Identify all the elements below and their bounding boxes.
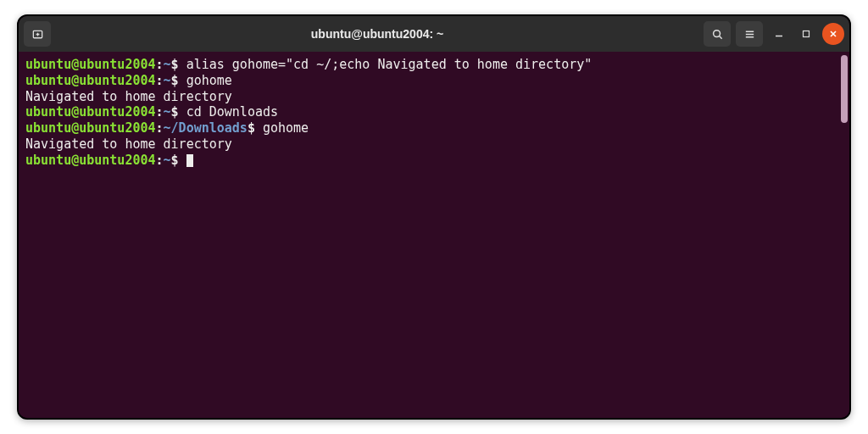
terminal-line: ubuntu@ubuntu2004:~$ cd Downloads — [25, 104, 843, 120]
terminal-line: ubuntu@ubuntu2004:~$ gohome — [25, 73, 843, 89]
search-button[interactable] — [704, 21, 731, 47]
command-text: cd Downloads — [179, 104, 278, 120]
command-text: gohome — [179, 73, 232, 88]
prompt-userhost: ubuntu@ubuntu2004 — [25, 104, 156, 120]
prompt-userhost: ubuntu@ubuntu2004 — [25, 120, 156, 136]
maximize-button[interactable] — [795, 23, 817, 45]
prompt-colon: : — [156, 104, 164, 120]
prompt-colon: : — [156, 153, 164, 168]
terminal-output: Navigated to home directory — [25, 136, 843, 153]
window-title: ubuntu@ubuntu2004: ~ — [54, 27, 700, 41]
prompt-path: ~ — [164, 73, 171, 88]
prompt-colon: : — [156, 57, 164, 72]
prompt-path: ~ — [164, 104, 171, 120]
command-text: gohome — [255, 120, 309, 136]
scrollbar-thumb[interactable] — [841, 55, 848, 123]
cursor-block — [186, 154, 193, 167]
prompt-userhost: ubuntu@ubuntu2004 — [25, 73, 156, 88]
prompt-colon: : — [156, 120, 164, 136]
prompt-symbol: $ — [248, 120, 255, 136]
titlebar: ubuntu@ubuntu2004: ~ — [19, 16, 849, 52]
minimize-button[interactable] — [768, 23, 790, 45]
titlebar-right — [704, 21, 844, 47]
svg-rect-2 — [804, 31, 810, 37]
terminal-line: ubuntu@ubuntu2004:~$ alias gohome="cd ~/… — [25, 57, 843, 73]
terminal-line: ubuntu@ubuntu2004:~$ — [25, 153, 843, 169]
prompt-symbol: $ — [171, 104, 179, 120]
prompt-symbol: $ — [171, 73, 179, 88]
prompt-userhost: ubuntu@ubuntu2004 — [25, 57, 156, 72]
prompt-symbol: $ — [171, 153, 179, 168]
terminal-line: ubuntu@ubuntu2004:~/Downloads$ gohome — [25, 120, 843, 136]
prompt-path: ~ — [164, 153, 171, 168]
titlebar-left — [24, 21, 51, 47]
prompt-path: ~/Downloads — [164, 120, 248, 136]
menu-button[interactable] — [736, 21, 763, 47]
command-text — [179, 153, 186, 168]
terminal-body[interactable]: ubuntu@ubuntu2004:~$ alias gohome="cd ~/… — [19, 52, 849, 418]
new-tab-button[interactable] — [24, 21, 51, 47]
prompt-symbol: $ — [171, 57, 179, 72]
terminal-output: Navigated to home directory — [25, 89, 843, 105]
close-button[interactable] — [822, 23, 844, 45]
prompt-path: ~ — [164, 57, 171, 72]
prompt-colon: : — [156, 73, 164, 88]
svg-point-1 — [713, 30, 720, 36]
command-text: alias gohome="cd ~/;echo Navigated to ho… — [179, 57, 593, 72]
terminal-window: ubuntu@ubuntu2004: ~ — [17, 14, 851, 420]
prompt-userhost: ubuntu@ubuntu2004 — [25, 153, 156, 168]
